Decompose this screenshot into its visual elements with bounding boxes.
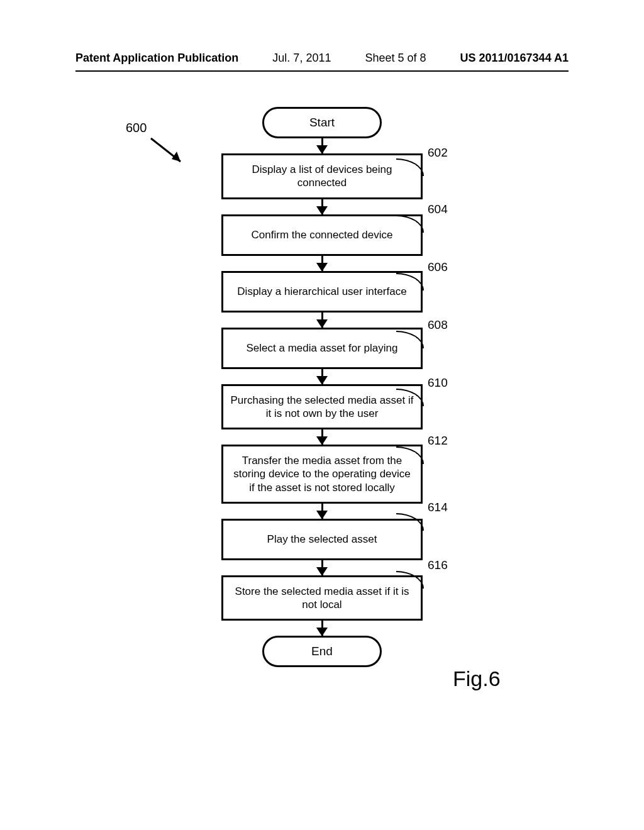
step-text: Store the selected media asset if it is …	[230, 585, 414, 612]
ref-614: 614	[428, 501, 448, 514]
ref-612: 612	[428, 434, 448, 448]
ref-610: 610	[428, 376, 448, 390]
arrow-icon	[321, 429, 323, 445]
step-text: Display a list of devices being connecte…	[230, 163, 414, 190]
end-terminator: End	[262, 636, 382, 667]
step-text: Confirm the connected device	[252, 228, 393, 241]
step-602: Display a list of devices being connecte…	[221, 153, 423, 199]
ref-602: 602	[428, 146, 448, 160]
sheet-number: Sheet 5 of 8	[365, 52, 426, 65]
step-604: Confirm the connected device	[221, 214, 423, 256]
step-612: Transfer the media asset from the storin…	[221, 445, 423, 504]
arrow-icon	[321, 504, 323, 519]
arrow-icon	[321, 138, 323, 153]
ref-616: 616	[428, 558, 448, 572]
end-label: End	[311, 645, 333, 658]
step-614: Play the selected asset	[221, 519, 423, 560]
step-text: Purchasing the selected media asset if i…	[230, 394, 414, 421]
publication-title: Patent Application Publication	[75, 52, 238, 65]
step-608: Select a media asset for playing	[221, 328, 423, 369]
step-text: Transfer the media asset from the storin…	[230, 454, 414, 494]
flowchart: Start Display a list of devices being co…	[0, 107, 644, 667]
arrow-icon	[321, 199, 323, 214]
start-terminator: Start	[262, 107, 382, 138]
header-rule	[75, 70, 569, 72]
page-header: Patent Application Publication Jul. 7, 2…	[75, 52, 569, 65]
publication-date: Jul. 7, 2011	[272, 52, 331, 65]
publication-number: US 2011/0167344 A1	[460, 52, 569, 65]
step-616: Store the selected media asset if it is …	[221, 575, 423, 621]
step-text: Play the selected asset	[267, 533, 377, 546]
page: Patent Application Publication Jul. 7, 2…	[0, 0, 644, 830]
step-text: Select a media asset for playing	[247, 341, 398, 355]
ref-606: 606	[428, 260, 448, 274]
step-610: Purchasing the selected media asset if i…	[221, 384, 423, 430]
arrow-icon	[321, 560, 323, 575]
ref-608: 608	[428, 318, 448, 332]
arrow-icon	[321, 369, 323, 384]
arrow-icon	[321, 256, 323, 271]
figure-label: Fig.6	[453, 667, 501, 691]
arrow-icon	[321, 313, 323, 328]
step-606: Display a hierarchical user interface	[221, 271, 423, 313]
start-label: Start	[309, 116, 335, 130]
ref-604: 604	[428, 202, 448, 216]
step-text: Display a hierarchical user interface	[237, 285, 406, 298]
arrow-icon	[321, 621, 323, 636]
